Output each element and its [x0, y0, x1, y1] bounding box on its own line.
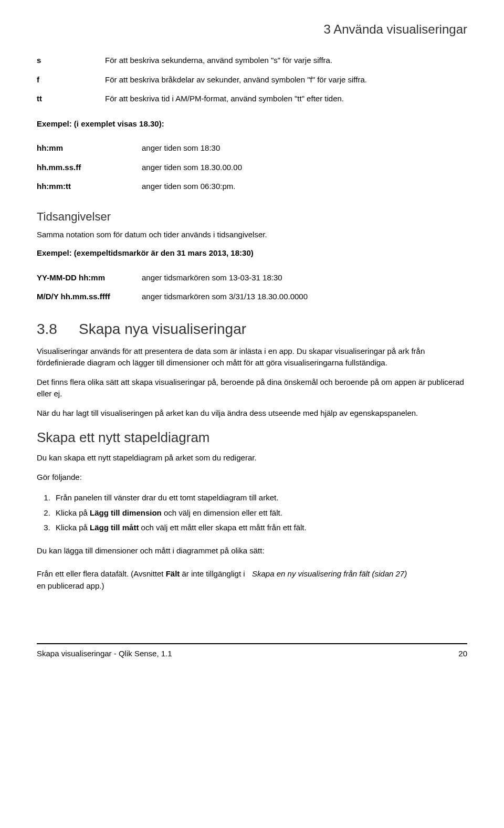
tidsangivelser-heading: Tidsangivelser: [37, 209, 467, 225]
symbol-desc: För att beskriva bråkdelar av sekunder, …: [105, 70, 467, 89]
table-row: YY-MM-DD hh:mm anger tidsmarkören som 13…: [37, 268, 467, 287]
methods-table: Från ett eller flera datafält. (Avsnitte…: [37, 564, 467, 596]
timestamp-desc: anger tidsmarkören som 3/31/13 18.30.00.…: [142, 287, 467, 306]
example-1-label: Exempel: (i exemplet visas 18.30):: [37, 119, 467, 129]
table-row: Från ett eller flera datafält. (Avsnitte…: [37, 564, 467, 596]
step-text: Från panelen till vänster drar du ett to…: [56, 493, 278, 502]
stapeldiagram-intro: Du kan skapa ett nytt stapeldiagram på a…: [37, 452, 467, 464]
symbol-key: tt: [37, 89, 105, 108]
tidsangivelser-body: Samma notation som för datum och tider a…: [37, 229, 467, 241]
stapeldiagram-heading: Skapa ett nytt stapeldiagram: [37, 428, 467, 447]
section-3-8-p3: När du har lagt till visualiseringen på …: [37, 407, 467, 420]
time-desc: anger tiden som 06:30:pm.: [142, 177, 467, 196]
step-text-post: och välj en dimension eller ett fält.: [162, 508, 282, 517]
table-row: s För att beskriva sekunderna, använd sy…: [37, 51, 467, 70]
timestamp-format-table: YY-MM-DD hh:mm anger tidsmarkören som 13…: [37, 268, 467, 307]
time-key: hh.mm.ss.ff: [37, 158, 142, 177]
section-title: Skapa nya visualiseringar: [79, 321, 246, 337]
step-text-bold: Lägg till dimension: [90, 508, 162, 517]
after-steps-text: Du kan lägga till dimensioner och mått i…: [37, 545, 467, 557]
step-text-post: och välj ett mått eller skapa ett mått f…: [139, 523, 306, 532]
section-3-8-heading: 3.8Skapa nya visualiseringar: [37, 319, 467, 339]
symbol-key: f: [37, 70, 105, 89]
list-item: Från panelen till vänster drar du ett to…: [52, 490, 467, 506]
section-3-8-p2: Det finns flera olika sätt att skapa vis…: [37, 376, 467, 400]
timestamp-key: M/D/Y hh.mm.ss.ffff: [37, 287, 142, 306]
table-row: f För att beskriva bråkdelar av sekunder…: [37, 70, 467, 89]
table-row: M/D/Y hh.mm.ss.ffff anger tidsmarkören s…: [37, 287, 467, 306]
gor-foljande-label: Gör följande:: [37, 471, 467, 484]
time-format-table: hh:mm anger tiden som 18:30 hh.mm.ss.ff …: [37, 139, 467, 196]
method-left-a: Från ett eller flera datafält. (Avsnitte…: [37, 569, 166, 578]
footer-left: Skapa visualiseringar - Qlik Sense, 1.1: [37, 648, 172, 659]
table-row: tt För att beskriva tid i AM/PM-format, …: [37, 89, 467, 108]
time-key: hh:mm: [37, 139, 142, 158]
time-desc: anger tiden som 18.30.00.00: [142, 158, 467, 177]
example-2-label: Exempel: (exempeltidsmarkör är den 31 ma…: [37, 248, 467, 258]
symbol-key: s: [37, 51, 105, 70]
time-desc: anger tiden som 18:30: [142, 139, 467, 158]
method-left-bold: Fält: [166, 569, 180, 578]
step-text-pre: Klicka på: [56, 508, 90, 517]
section-number: 3.8: [37, 319, 79, 339]
list-item: Klicka på Lägg till dimension och välj e…: [52, 506, 467, 521]
symbol-desc: För att beskriva tid i AM/PM-format, anv…: [105, 89, 467, 108]
step-text-pre: Klicka på: [56, 523, 90, 532]
time-key: hh:mm:tt: [37, 177, 142, 196]
timestamp-desc: anger tidsmarkören som 13-03-31 18:30: [142, 268, 467, 287]
list-item: Klicka på Lägg till mått och välj ett må…: [52, 520, 467, 536]
symbol-definitions-table: s För att beskriva sekunderna, använd sy…: [37, 51, 467, 108]
symbol-desc: För att beskriva sekunderna, använd symb…: [105, 51, 467, 70]
page-footer: Skapa visualiseringar - Qlik Sense, 1.1 …: [37, 643, 467, 659]
steps-list: Från panelen till vänster drar du ett to…: [52, 490, 467, 536]
table-row: hh.mm.ss.ff anger tiden som 18.30.00.00: [37, 158, 467, 177]
table-row: hh:mm:tt anger tiden som 06:30:pm.: [37, 177, 467, 196]
method-right-cell: Skapa en ny visualisering från fält (sid…: [252, 564, 467, 596]
page-header-title: 3 Använda visualiseringar: [37, 21, 467, 38]
footer-page-number: 20: [458, 648, 467, 659]
method-left-cell: Från ett eller flera datafält. (Avsnitte…: [37, 564, 252, 596]
method-right-link: Skapa en ny visualisering från fält (sid…: [252, 569, 407, 578]
section-3-8-p1: Visualiseringar används för att presente…: [37, 345, 467, 369]
table-row: hh:mm anger tiden som 18:30: [37, 139, 467, 158]
timestamp-key: YY-MM-DD hh:mm: [37, 268, 142, 287]
step-text-bold: Lägg till mått: [90, 523, 139, 532]
